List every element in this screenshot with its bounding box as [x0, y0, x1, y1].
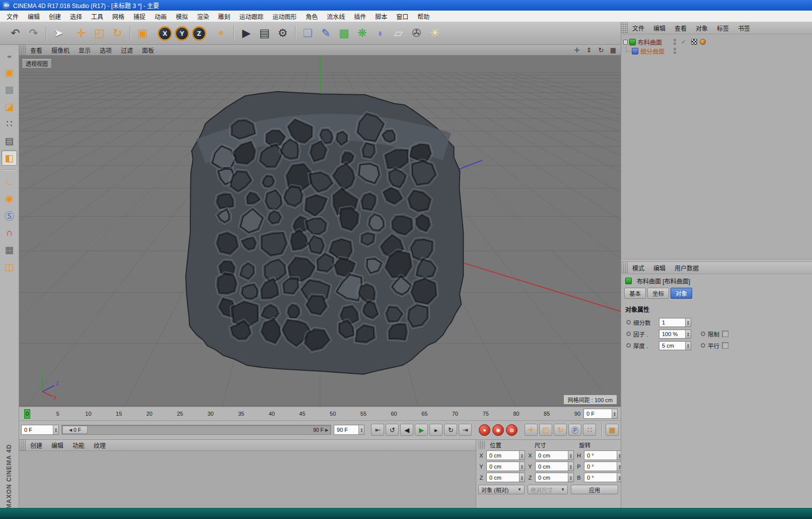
subdivision-surface-icon[interactable]: ▩: [335, 24, 353, 43]
pan-view-icon[interactable]: ✛: [571, 45, 583, 55]
slider-right-arrow-icon[interactable]: ▶: [325, 428, 328, 432]
collapse-icon[interactable]: −: [623, 40, 628, 44]
cube-primitive-icon[interactable]: ❑: [299, 24, 317, 43]
undo-icon[interactable]: ↶: [7, 24, 24, 43]
menu-item[interactable]: 创建: [44, 11, 65, 22]
attribute-manager-menu-item[interactable]: 编辑: [649, 263, 670, 273]
viewport-menu-item[interactable]: 面板: [137, 45, 159, 55]
magnet-snap-icon[interactable]: ∩: [2, 225, 17, 240]
z-axis-lock-button[interactable]: Z: [192, 26, 206, 41]
timeline-ruler[interactable]: 051015202530354045505560657075808590 0 F…: [19, 407, 621, 421]
menu-item[interactable]: 动画: [150, 11, 171, 22]
spinner-arrows[interactable]: ▴▾: [519, 451, 525, 460]
render-picture-viewer-icon[interactable]: ▤: [256, 24, 273, 43]
thickness-field[interactable]: 5 cm▴▾: [659, 341, 691, 350]
menu-item[interactable]: 选择: [65, 11, 87, 22]
move-tool-icon[interactable]: ✛: [72, 24, 90, 43]
size-mode-select[interactable]: 绝对尺寸▼: [528, 485, 568, 494]
viewport-solo-icon[interactable]: ◉: [2, 190, 17, 206]
edges-mode-icon[interactable]: ▤: [2, 133, 17, 149]
next-key-button[interactable]: ↻: [444, 424, 457, 436]
visibility-dots[interactable]: [674, 39, 676, 45]
keyframe-dot[interactable]: [626, 343, 631, 348]
enabled-check-icon[interactable]: ✓: [681, 38, 686, 45]
render-settings-icon[interactable]: ⚙: [274, 24, 291, 43]
keyframe-dot[interactable]: [701, 332, 705, 336]
panel-grip[interactable]: [621, 262, 628, 274]
apply-button[interactable]: 应用: [571, 485, 618, 494]
enable-axis-icon[interactable]: ∟: [2, 173, 17, 189]
pla-key-icon[interactable]: ∷: [583, 424, 596, 436]
menu-item[interactable]: 运动图形: [268, 11, 301, 22]
last-used-tool-icon[interactable]: ▣: [134, 24, 152, 43]
menu-item[interactable]: 雕刻: [213, 11, 235, 22]
panel-grip[interactable]: [478, 441, 485, 449]
object-manager-menu-item[interactable]: 标签: [712, 23, 733, 33]
timeline-slider-handle[interactable]: ◀ 0 F: [62, 426, 88, 434]
factor-field[interactable]: 100 %▴▾: [659, 330, 691, 339]
position-key-icon[interactable]: ✛: [525, 424, 538, 436]
menu-item[interactable]: 脚本: [371, 11, 392, 22]
spline-pen-icon[interactable]: ✎: [317, 24, 335, 43]
phong-tag-icon[interactable]: [700, 39, 706, 45]
material-menu-item[interactable]: 功能: [68, 440, 89, 450]
render-view-icon[interactable]: ▶: [238, 24, 255, 43]
parameter-key-icon[interactable]: Ⓟ: [568, 424, 581, 436]
rotation-p-field[interactable]: 0 °▴▾: [584, 462, 623, 471]
attribute-manager-menu-item[interactable]: 用户数据: [670, 263, 703, 273]
spinner-arrows[interactable]: ▴▾: [612, 409, 617, 418]
object-row-cloth-surface[interactable]: − 布料曲面 ✓: [621, 37, 812, 46]
object-manager-menu-item[interactable]: 查看: [670, 23, 691, 33]
spinner-arrows[interactable]: ▴▾: [519, 462, 525, 471]
menu-item[interactable]: 帮助: [413, 11, 434, 22]
object-name[interactable]: 布料曲面: [638, 38, 662, 46]
object-manager-menu-item[interactable]: 书签: [733, 23, 755, 33]
menu-item[interactable]: 编辑: [23, 11, 44, 22]
scale-tool-icon[interactable]: ◰: [91, 24, 108, 43]
goto-start-button[interactable]: ⇤: [371, 424, 384, 436]
position-z-field[interactable]: 0 cm▴▾: [486, 473, 525, 482]
menu-item[interactable]: 插件: [349, 11, 371, 22]
snap-settings-icon[interactable]: Ⓢ: [2, 208, 17, 223]
toggle-panels-icon[interactable]: ▦: [607, 45, 619, 55]
menu-item[interactable]: 窗口: [392, 11, 413, 22]
parallel-checkbox[interactable]: [722, 342, 728, 349]
viewport-canvas[interactable]: 透视视图 网格间距 : 100 cm Y Z X: [19, 55, 621, 407]
model-mode-icon[interactable]: ▣: [2, 64, 17, 80]
live-selection-icon[interactable]: ➤: [50, 24, 67, 43]
play-button[interactable]: ▶: [415, 424, 428, 436]
position-y-field[interactable]: 0 cm▴▾: [486, 462, 525, 471]
coordinate-system-icon[interactable]: ⌖: [212, 24, 230, 43]
bend-deformer-icon[interactable]: ◗: [372, 24, 389, 43]
menu-item[interactable]: 模拟: [171, 11, 192, 22]
zoom-view-icon[interactable]: ⇕: [583, 45, 595, 55]
menu-item[interactable]: 角色: [301, 11, 322, 22]
size-x-field[interactable]: 0 cm▴▾: [535, 450, 574, 460]
redo-icon[interactable]: ↷: [25, 24, 42, 43]
tab-basic[interactable]: 基本: [624, 288, 646, 299]
material-menu-item[interactable]: 编辑: [47, 440, 68, 450]
object-manager-menu-item[interactable]: 编辑: [649, 23, 670, 33]
array-generator-icon[interactable]: ❋: [353, 24, 371, 43]
keyframe-dot[interactable]: [626, 320, 631, 325]
spinner-arrows[interactable]: ▴▾: [519, 473, 525, 482]
scale-key-icon[interactable]: ◰: [539, 424, 552, 436]
coordinate-mode-select[interactable]: 对象 (相对)▼: [478, 485, 525, 494]
subdivisions-field[interactable]: 1▴▾: [659, 318, 691, 327]
keyframe-dot[interactable]: [626, 332, 631, 336]
spinner-arrows[interactable]: ▴▾: [685, 330, 691, 338]
menu-item[interactable]: 网格: [108, 11, 129, 22]
spinner-arrows[interactable]: ▴▾: [685, 318, 691, 327]
x-axis-lock-button[interactable]: X: [158, 26, 172, 41]
limit-checkbox[interactable]: [722, 331, 728, 337]
start-frame-field[interactable]: 0 F ▴▾: [21, 425, 59, 435]
current-frame-field[interactable]: 0 F ▴▾: [583, 409, 618, 419]
light-icon[interactable]: ☀: [426, 24, 444, 43]
slider-left-arrow-icon[interactable]: ◀: [69, 428, 72, 432]
size-z-field[interactable]: 0 cm▴▾: [535, 473, 574, 482]
spinner-arrows[interactable]: ▴▾: [568, 473, 573, 482]
y-axis-lock-button[interactable]: Y: [175, 26, 189, 41]
lock-workplane-icon[interactable]: ▦: [2, 242, 17, 257]
menu-item[interactable]: 工具: [87, 11, 108, 22]
spinner-arrows[interactable]: ▴▾: [685, 342, 691, 350]
